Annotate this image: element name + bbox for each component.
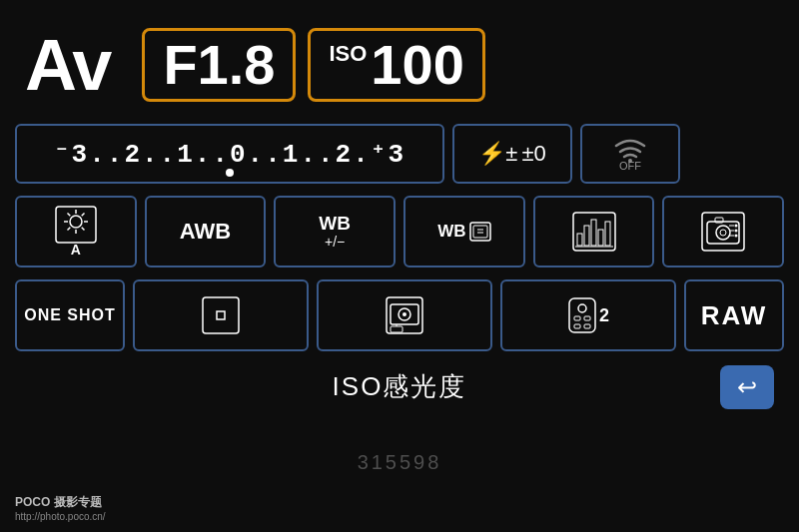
self-timer-value: 2 [599,305,609,326]
flash-icon: ⚡± [478,141,517,167]
exposure-scale: ⁻3..2..1..0..1..2.⁺3 [54,138,405,170]
flash-value: ±0 [521,141,545,167]
svg-rect-33 [203,297,239,333]
svg-rect-18 [591,220,596,246]
back-icon: ↩ [737,373,757,401]
svg-rect-19 [598,230,603,246]
svg-line-9 [82,214,85,217]
af-point-box[interactable] [133,279,309,351]
af-mode-label: ONE SHOT [24,306,116,324]
svg-rect-46 [584,324,590,328]
wb-shift-label: WB [437,222,465,242]
wifi-box[interactable]: OFF [580,124,680,184]
liveview-icon [386,296,423,334]
metering-label: A [71,242,81,258]
bottom-label: ISO感光度 [79,369,720,404]
svg-point-24 [716,226,730,240]
image-format-label: RAW [701,300,768,331]
wb-adj-label: WB [319,214,351,235]
custom-func-box[interactable] [662,196,784,267]
settings-row-2: ONE SHOT [15,275,784,355]
svg-point-2 [70,216,82,228]
back-button[interactable]: ↩ [720,365,774,409]
svg-line-7 [67,214,70,217]
svg-rect-45 [574,324,580,328]
liveview-box[interactable] [317,279,492,351]
picture-style-icon [572,212,616,252]
custom-func-icon [701,212,745,252]
svg-point-38 [402,312,406,316]
svg-line-8 [82,228,85,231]
wb-shift-icon [469,222,491,242]
self-timer-icon [567,296,597,334]
image-format-box[interactable]: RAW [684,279,784,351]
svg-rect-17 [584,226,589,246]
camera-screen: Av F1.8 ISO 100 ⁻3..2..1..0..1..2.⁺3 ⚡± … [0,0,799,532]
wb-adj-box[interactable]: WB +/− [274,196,396,267]
aperture-value[interactable]: F1.8 [142,28,296,102]
svg-rect-44 [584,316,590,320]
settings-row-1: A AWB WB +/− WB [15,192,784,271]
metering-mode-box[interactable]: A [15,196,137,267]
self-timer-box[interactable]: 2 [500,279,676,351]
svg-rect-39 [391,326,402,332]
af-mode-box[interactable]: ONE SHOT [15,279,125,351]
poco-url: http://photo.poco.cn/ [15,511,106,522]
wb-label: AWB [180,219,231,245]
svg-line-10 [67,228,70,231]
flash-compensation-box[interactable]: ⚡± ±0 [452,124,572,184]
svg-point-42 [578,304,586,312]
metering-icon: A [55,206,97,258]
exposure-row: ⁻3..2..1..0..1..2.⁺3 ⚡± ±0 OFF [15,120,784,188]
wifi-label: OFF [619,160,641,172]
svg-rect-34 [217,311,225,319]
exposure-compensation-box[interactable]: ⁻3..2..1..0..1..2.⁺3 [15,124,444,184]
svg-rect-15 [573,213,615,251]
wb-shift-box[interactable]: WB [403,196,525,267]
iso-value: 100 [371,37,463,93]
picture-style-box[interactable] [533,196,655,267]
wifi-status: OFF [612,136,648,172]
iso-box[interactable]: ISO 100 [308,28,484,102]
af-point-icon [202,296,240,334]
svg-rect-12 [473,226,487,238]
svg-point-29 [735,235,738,238]
shooting-mode: Av [25,29,110,101]
poco-branding: POCO 摄影专题 http://photo.poco.cn/ [15,494,106,522]
svg-rect-43 [574,316,580,320]
svg-point-25 [720,230,726,236]
bottom-row: ISO感光度 ↩ [15,359,784,414]
svg-rect-41 [569,298,595,332]
watermark: 315598 [358,451,442,474]
svg-rect-20 [605,222,610,246]
svg-rect-16 [577,234,582,246]
white-balance-box[interactable]: AWB [145,196,267,267]
poco-name: POCO 摄影专题 [15,494,106,511]
svg-point-28 [735,230,738,233]
exposure-marker [226,169,234,177]
svg-point-27 [735,225,738,228]
iso-label: ISO [329,41,367,67]
top-row: Av F1.8 ISO 100 [15,10,784,120]
wb-adj-value: +/− [325,235,345,250]
